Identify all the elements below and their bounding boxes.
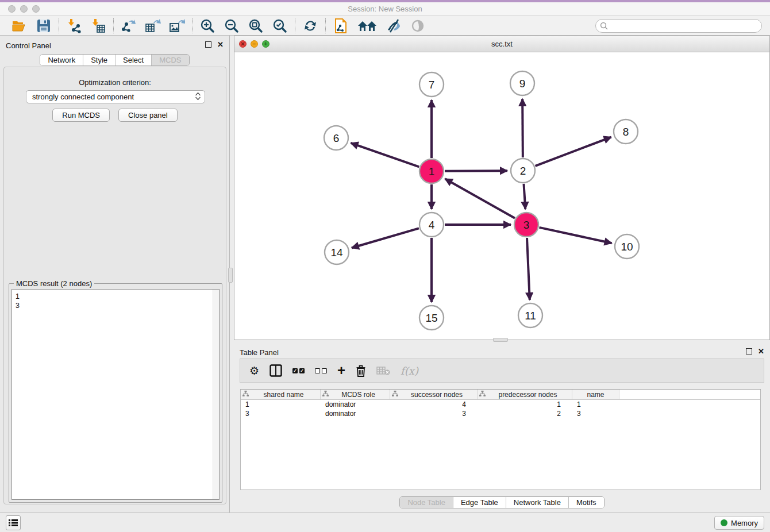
table-cell[interactable]: 3 [241, 409, 321, 418]
close-panel-icon[interactable]: ✕ [217, 41, 224, 48]
table-cell[interactable]: 1 [478, 400, 572, 409]
export-network-icon[interactable] [121, 18, 137, 34]
horizontal-splitter-handle[interactable] [493, 338, 508, 342]
deselect-all-columns-icon[interactable] [315, 364, 327, 377]
table-cell[interactable]: 2 [478, 409, 572, 418]
graph-node-3[interactable]: 3 [514, 213, 538, 237]
mcds-result-title: MCDS result (2 nodes) [14, 279, 94, 288]
graph-node-14[interactable]: 14 [325, 240, 349, 264]
graph-node-2[interactable]: 2 [511, 159, 535, 183]
titlebar: Session: New Session [0, 2, 770, 16]
create-column-icon[interactable]: + [337, 364, 345, 377]
close-panel-icon[interactable]: ✕ [758, 348, 764, 354]
table-cell[interactable]: dominator [321, 400, 390, 409]
split-view-icon[interactable] [270, 364, 282, 377]
result-scrollbar[interactable] [213, 290, 219, 499]
table-cell[interactable]: 3 [390, 409, 478, 418]
first-neighbors-icon[interactable] [357, 18, 378, 34]
table-toolbar: ⚙ ✓✓ + f(x) [240, 358, 764, 383]
network-canvas[interactable]: 7968124314101511 [234, 52, 769, 340]
tab-mcds[interactable]: MCDS [151, 55, 188, 65]
mcds-result-textarea[interactable]: 1 3 [11, 289, 220, 500]
tab-node-table[interactable]: Node Table [400, 497, 453, 508]
export-image-icon[interactable] [169, 18, 185, 34]
float-panel-icon[interactable] [205, 41, 211, 48]
graph-edge-3-1[interactable] [445, 179, 515, 218]
table-cell[interactable]: 4 [390, 400, 478, 409]
tab-select[interactable]: Select [115, 55, 151, 65]
tab-motifs[interactable]: Motifs [568, 497, 604, 508]
column-header-successor-nodes[interactable]: successor nodes [390, 390, 478, 399]
tree-hierarchy-icon [322, 391, 329, 399]
select-all-columns-icon[interactable]: ✓✓ [292, 364, 305, 377]
tab-network[interactable]: Network [40, 55, 83, 65]
zoom-selected-icon[interactable] [272, 18, 288, 34]
svg-text:1: 1 [429, 165, 435, 178]
table-cell[interactable]: 1 [572, 400, 619, 409]
zoom-in-icon[interactable] [199, 18, 215, 34]
vertical-splitter-handle[interactable] [228, 268, 233, 283]
graph-edge-1-6[interactable] [351, 143, 419, 167]
status-bar: Memory [0, 512, 770, 532]
task-history-button[interactable] [6, 515, 21, 530]
hide-selected-icon[interactable] [386, 18, 402, 34]
open-session-icon[interactable] [11, 18, 28, 34]
clone-network-icon[interactable] [333, 18, 349, 34]
criterion-label: Optimization criterion: [4, 78, 226, 87]
search-container [595, 19, 762, 33]
run-mcds-button[interactable]: Run MCDS [52, 109, 110, 122]
delete-column-icon[interactable] [356, 364, 366, 377]
table-row[interactable]: 3dominator323 [241, 409, 760, 418]
graph-edge-4-14[interactable] [352, 228, 419, 248]
tree-hierarchy-icon [242, 391, 249, 399]
import-table-icon[interactable] [90, 18, 106, 34]
tab-edge-table[interactable]: Edge Table [453, 497, 506, 508]
tab-style[interactable]: Style [83, 55, 115, 65]
criterion-select[interactable]: strongly connected component [26, 90, 205, 103]
graph-node-9[interactable]: 9 [510, 71, 534, 95]
table-settings-icon[interactable]: ⚙ [249, 364, 259, 377]
export-table-icon[interactable] [145, 18, 161, 34]
column-header-name[interactable]: name [572, 390, 619, 399]
memory-button[interactable]: Memory [714, 516, 764, 530]
svg-text:15: 15 [425, 312, 437, 324]
graph-edge-2-8[interactable] [536, 137, 611, 166]
graph-node-10[interactable]: 10 [615, 234, 639, 259]
close-panel-button[interactable]: Close panel [118, 109, 178, 122]
graph-edge-3-11[interactable] [527, 238, 530, 300]
graph-edge-2-9[interactable] [522, 99, 523, 157]
criterion-value: strongly connected component [32, 92, 134, 101]
apply-layout-icon[interactable] [302, 18, 318, 34]
tree-hierarchy-icon [479, 391, 486, 399]
graph-node-7[interactable]: 7 [419, 72, 444, 97]
graph-node-6[interactable]: 6 [324, 126, 348, 150]
graph-edge-2-3[interactable] [523, 184, 525, 209]
search-input[interactable] [595, 19, 762, 33]
column-header-predecessor-nodes[interactable]: predecessor nodes [478, 390, 572, 399]
float-panel-icon[interactable] [746, 348, 752, 354]
zoom-out-icon[interactable] [224, 18, 240, 34]
graph-node-15[interactable]: 15 [419, 306, 444, 330]
memory-status-icon [721, 519, 727, 526]
import-network-icon[interactable] [66, 18, 82, 34]
tab-network-table[interactable]: Network Table [506, 497, 568, 508]
table-panel-title: Table Panel [240, 348, 279, 357]
table-cell[interactable]: 1 [241, 400, 321, 409]
table-body: 1dominator4113dominator323 [241, 400, 760, 418]
svg-text:2: 2 [520, 165, 526, 177]
table-cell[interactable]: 3 [572, 409, 619, 418]
column-header-shared-name[interactable]: shared name [241, 390, 321, 399]
graph-node-8[interactable]: 8 [614, 119, 638, 144]
table-cell[interactable]: dominator [321, 409, 390, 418]
graph-node-1[interactable]: 1 [419, 159, 444, 183]
chevron-updown-icon [195, 92, 201, 100]
graph-edge-3-10[interactable] [539, 228, 611, 243]
graph-node-11[interactable]: 11 [518, 303, 542, 327]
show-all-icon[interactable] [410, 18, 426, 34]
zoom-fit-icon[interactable] [248, 18, 264, 34]
table-row[interactable]: 1dominator411 [241, 400, 760, 409]
graph-edge-1-2[interactable] [445, 171, 507, 171]
column-header-MCDS-role[interactable]: MCDS role [321, 390, 390, 399]
save-session-icon[interactable] [36, 18, 52, 34]
graph-node-4[interactable]: 4 [419, 213, 444, 237]
